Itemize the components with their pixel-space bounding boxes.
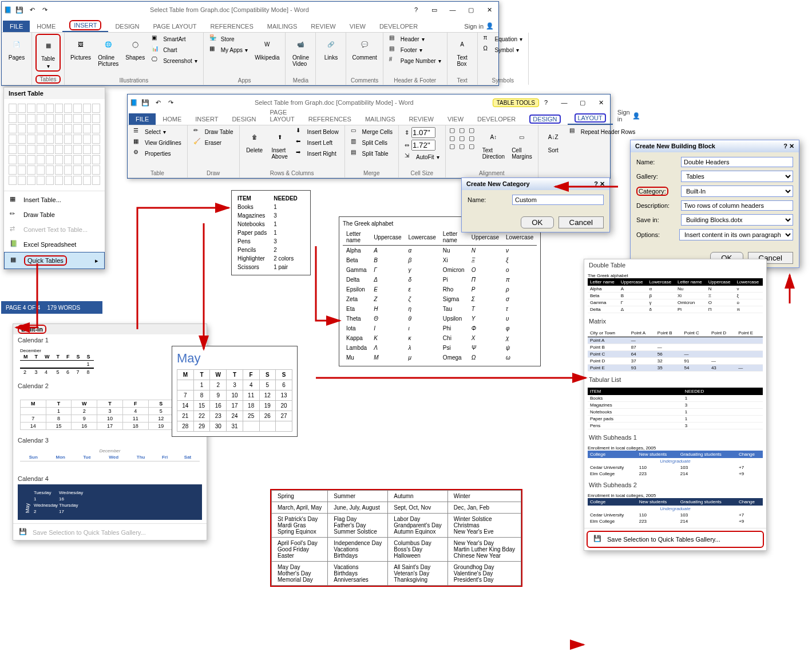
alignment-grid[interactable]: ▢▢▢ ▢▢▢ ▢▢▢ bbox=[449, 127, 478, 150]
maximize-icon[interactable]: ▢ bbox=[464, 4, 478, 15]
bb-options-select[interactable]: Insert content in its own paragraph bbox=[679, 229, 793, 240]
minimize-icon-2[interactable]: — bbox=[557, 97, 571, 108]
page-status[interactable]: PAGE 4 OF 4 bbox=[6, 305, 40, 311]
page-number-button[interactable]: #Page Number ▾ bbox=[387, 56, 443, 66]
tab-insert[interactable]: INSERT bbox=[62, 19, 108, 32]
tab-view-2[interactable]: VIEW bbox=[441, 113, 470, 125]
gallery-calendar-4[interactable]: Calendar 4 May TuesdayWednesday 116 Wedn… bbox=[13, 473, 207, 522]
align-mc-icon[interactable]: ▢ bbox=[459, 135, 468, 142]
bb-gallery-select[interactable]: Tables bbox=[681, 171, 793, 182]
split-cells-button[interactable]: ▥Split Cells bbox=[348, 137, 395, 148]
tab-review-2[interactable]: REVIEW bbox=[402, 113, 441, 125]
row-height-spinner[interactable]: ⇕ bbox=[402, 127, 442, 139]
rgal-tabular[interactable]: Tabular List bbox=[584, 374, 766, 385]
dd-excel-spreadsheet[interactable]: 📗Excel Spreadsheet bbox=[4, 237, 105, 252]
signin[interactable]: Sign in 👤 bbox=[460, 20, 498, 32]
align-bl-icon[interactable]: ▢ bbox=[449, 143, 458, 150]
maximize-icon-2[interactable]: ▢ bbox=[576, 97, 589, 108]
tab-table-design[interactable]: DESIGN bbox=[522, 113, 567, 125]
tab-developer-2[interactable]: DEVELOPER bbox=[470, 113, 522, 125]
dd-insert-table[interactable]: ▦Insert Table... bbox=[4, 192, 105, 207]
cc-name-input[interactable] bbox=[512, 195, 604, 205]
textbox-button[interactable]: AText Box bbox=[451, 34, 474, 68]
rgal-matrix[interactable]: Matrix bbox=[584, 315, 766, 327]
rgal-double-table[interactable]: Double Table bbox=[584, 259, 766, 271]
table-grid[interactable] bbox=[4, 99, 105, 190]
tab-file-2[interactable]: FILE bbox=[129, 113, 156, 125]
merge-cells-button[interactable]: ▭Merge Cells bbox=[348, 127, 395, 137]
gallery-calendar-3[interactable]: Calendar 3 December SunMonTueWedThuFriSa… bbox=[13, 435, 207, 473]
tab-mailings-2[interactable]: MAILINGS bbox=[358, 113, 402, 125]
redo-icon[interactable]: ↷ bbox=[39, 5, 50, 15]
links-button[interactable]: 🔗Links bbox=[319, 34, 342, 62]
dialog-close-icon[interactable]: ? ✕ bbox=[594, 180, 605, 188]
save-icon[interactable]: 💾 bbox=[14, 5, 25, 15]
delete-button[interactable]: 🗑Delete bbox=[243, 127, 266, 155]
undo-icon-2[interactable]: ↶ bbox=[153, 97, 163, 108]
bb-name-input[interactable] bbox=[681, 157, 793, 167]
insert-below-button[interactable]: ⬇Insert Below bbox=[294, 127, 341, 137]
eraser-button[interactable]: 🧹Eraser bbox=[191, 137, 236, 148]
myapps-button[interactable]: ▦My Apps ▾ bbox=[207, 45, 250, 55]
cell-margins-button[interactable]: ▭Cell Margins bbox=[509, 127, 534, 161]
dd-quick-tables[interactable]: ▦Quick Tables▸ bbox=[4, 252, 105, 269]
signin-2[interactable]: Sign in 👤 bbox=[613, 106, 645, 125]
tab-design-2[interactable]: DESIGN bbox=[225, 113, 263, 125]
pictures-button[interactable]: 🖼Pictures bbox=[68, 34, 93, 62]
equation-button[interactable]: πEquation ▾ bbox=[481, 34, 525, 44]
screenshot-button[interactable]: 🖵Screenshot ▾ bbox=[149, 56, 200, 66]
align-ml-icon[interactable]: ▢ bbox=[449, 135, 458, 142]
sort-button[interactable]: A↓ZSort bbox=[542, 127, 565, 155]
bb-category-select[interactable]: Built-In bbox=[681, 186, 793, 197]
tab-developer[interactable]: DEVELOPER bbox=[373, 21, 425, 32]
undo-icon[interactable]: ↶ bbox=[27, 5, 37, 15]
repeat-header-button[interactable]: ▤Repeat Header Rows bbox=[567, 127, 638, 137]
footer-button[interactable]: ▤Footer ▾ bbox=[387, 45, 443, 55]
bb-desc-input[interactable] bbox=[681, 200, 793, 211]
online-pictures-button[interactable]: 🌐Online Pictures bbox=[96, 34, 121, 68]
table-button[interactable]: ▦Table▾ bbox=[35, 34, 61, 72]
rgal-subheads2[interactable]: With Subheads 2 bbox=[584, 479, 766, 491]
tab-view[interactable]: VIEW bbox=[343, 21, 373, 32]
align-tl-icon[interactable]: ▢ bbox=[449, 127, 458, 134]
chart-button[interactable]: 📊Chart bbox=[149, 45, 200, 55]
words-status[interactable]: 179 WORDS bbox=[47, 305, 80, 311]
view-gridlines-button[interactable]: ▦View Gridlines bbox=[131, 137, 184, 148]
properties-button[interactable]: ⚙Properties bbox=[131, 148, 184, 159]
tab-insert-2[interactable]: INSERT bbox=[188, 113, 225, 125]
shapes-button[interactable]: ◯Shapes bbox=[123, 34, 147, 62]
tab-home[interactable]: HOME bbox=[30, 21, 62, 32]
minimize-icon[interactable]: — bbox=[446, 4, 460, 15]
split-table-button[interactable]: ▤Split Table bbox=[348, 148, 395, 159]
cc-ok-button[interactable]: OK bbox=[521, 216, 553, 228]
align-tr-icon[interactable]: ▢ bbox=[469, 127, 478, 134]
align-tc-icon[interactable]: ▢ bbox=[459, 127, 468, 134]
tab-page-layout-2[interactable]: PAGE LAYOUT bbox=[263, 106, 302, 125]
smartart-button[interactable]: ▣SmartArt bbox=[149, 34, 200, 44]
pages-button[interactable]: 📄Pages bbox=[5, 34, 28, 62]
symbol-button[interactable]: ΩSymbol ▾ bbox=[481, 45, 525, 55]
save-icon-2[interactable]: 💾 bbox=[140, 97, 150, 108]
insert-above-button[interactable]: ⬆Insert Above bbox=[268, 127, 291, 161]
header-button[interactable]: ▤Header ▾ bbox=[387, 34, 443, 44]
select-button[interactable]: ☰Select ▾ bbox=[131, 127, 184, 137]
text-direction-button[interactable]: A↕Text Direction bbox=[480, 127, 507, 161]
tab-references-2[interactable]: REFERENCES bbox=[302, 113, 358, 125]
online-video-button[interactable]: 📹Online Video bbox=[289, 34, 312, 68]
autofit-button[interactable]: ⇲AutoFit ▾ bbox=[402, 152, 442, 162]
wikipedia-button[interactable]: WWikipedia bbox=[252, 34, 282, 62]
store-button[interactable]: 🏪Store bbox=[207, 34, 250, 44]
comment-button[interactable]: 💬Comment bbox=[350, 34, 379, 62]
close-icon[interactable]: ✕ bbox=[482, 4, 496, 15]
col-width-spinner[interactable]: ⇔ bbox=[402, 139, 442, 151]
insert-left-button[interactable]: ⬅Insert Left bbox=[294, 137, 341, 148]
rgal-greek-preview[interactable]: The Greek alphabet Letter nameUppercaseL… bbox=[584, 271, 766, 315]
tab-file[interactable]: FILE bbox=[3, 21, 30, 32]
tab-references[interactable]: REFERENCES bbox=[204, 21, 260, 32]
bb-savein-select[interactable]: Building Blocks.dotx bbox=[681, 214, 793, 226]
align-mr-icon[interactable]: ▢ bbox=[469, 135, 478, 142]
tab-home-2[interactable]: HOME bbox=[156, 113, 188, 125]
help-icon[interactable]: ? bbox=[409, 4, 423, 15]
draw-table-button[interactable]: ✏Draw Table bbox=[191, 127, 236, 137]
rgal-save-selection[interactable]: 💾Save Selection to Quick Tables Gallery.… bbox=[587, 531, 764, 548]
